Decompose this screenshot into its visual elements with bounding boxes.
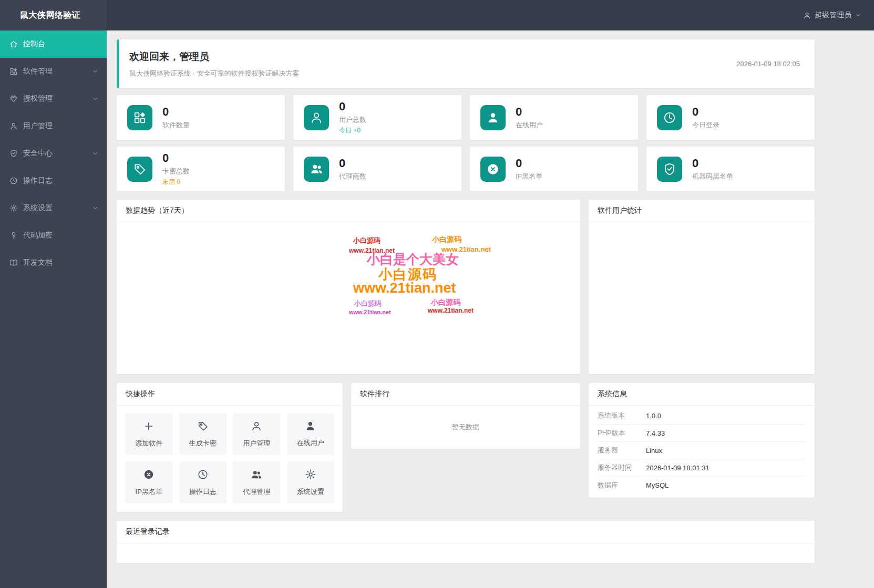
users-icon <box>251 469 262 482</box>
tag-icon <box>197 420 209 434</box>
clock-icon <box>657 105 682 130</box>
stat-label: IP黑名单 <box>516 172 542 181</box>
software-ranking-panel: 软件排行 暂无数据 <box>351 383 580 449</box>
system-info-panel: 系统信息 系统版本 1.0.0 PHP版本 7.4.33 服务器 <box>589 383 815 498</box>
stat-text: 0 IP黑名单 <box>516 157 542 181</box>
sidebar-item-label: 操作日志 <box>23 176 53 185</box>
watermark-text: 小白源码 <box>354 299 382 308</box>
sidebar-item-software[interactable]: 软件管理 <box>0 58 107 85</box>
stat-label: 卡密总数 <box>162 167 190 176</box>
quick-action-user-management[interactable]: 用户管理 <box>233 413 281 455</box>
quick-action-label: 操作日志 <box>189 487 217 497</box>
watermark-text: 小白源码 <box>353 236 381 245</box>
chevron-down-icon <box>92 68 98 75</box>
user-outline-icon <box>251 420 262 434</box>
quick-actions-panel: 快捷操作 添加软件 <box>117 383 343 512</box>
topbar: 超级管理员 <box>107 0 874 30</box>
user-filled-icon <box>305 420 316 434</box>
sidebar-item-encrypt[interactable]: 代码加密 <box>0 222 107 249</box>
gem-icon <box>9 95 18 103</box>
shield-icon <box>9 149 18 158</box>
sidebar-item-license[interactable]: 授权管理 <box>0 85 107 112</box>
recent-logins-body <box>117 543 815 563</box>
quick-action-add-software[interactable]: 添加软件 <box>125 413 173 455</box>
system-info-title: 系统信息 <box>589 383 815 406</box>
home-icon <box>9 40 18 48</box>
user-menu[interactable]: 超级管理员 <box>803 11 861 20</box>
clock-icon <box>9 177 18 185</box>
stat-value: 0 <box>692 157 733 170</box>
stat-card-ip-blacklist: 0 IP黑名单 <box>470 147 638 191</box>
stat-text: 0 今日登录 <box>692 105 719 130</box>
info-value: MySQL <box>646 481 669 489</box>
stat-value: 0 <box>162 151 190 164</box>
info-value: 1.0.0 <box>646 412 661 420</box>
user-icon <box>9 122 18 130</box>
stat-label: 今日登录 <box>692 120 719 130</box>
main-column: 超级管理员 欢迎回来，管理员 鼠大侠网络验证系统 · 安全可靠的软件授权验证解决… <box>107 0 874 588</box>
info-value: 7.4.33 <box>646 429 665 437</box>
stat-value: 0 <box>339 100 366 113</box>
sidebar-item-settings[interactable]: 系统设置 <box>0 194 107 222</box>
watermark-text: 小白源码 <box>431 298 460 307</box>
quick-action-label: 系统设置 <box>297 487 324 497</box>
info-label: 系统版本 <box>598 411 646 420</box>
stat-card-online-users: 0 在线用户 <box>470 95 638 140</box>
stat-text: 0 机器码黑名单 <box>692 157 733 181</box>
stat-value: 0 <box>516 157 542 170</box>
quick-action-operation-logs[interactable]: 操作日志 <box>179 461 227 503</box>
user-icon <box>803 12 811 19</box>
welcome-subtitle: 鼠大侠网络验证系统 · 安全可靠的软件授权验证解决方案 <box>129 69 300 78</box>
sidebar-item-docs[interactable]: 开发文档 <box>0 249 107 276</box>
quick-action-label: 添加软件 <box>135 439 162 448</box>
info-label: 服务器时间 <box>598 463 646 472</box>
quick-action-label: IP黑名单 <box>136 487 162 497</box>
stat-text: 0 代理商数 <box>339 157 366 181</box>
sidebar-item-label: 安全中心 <box>23 149 53 158</box>
quick-actions-grid: 添加软件 生成卡密 <box>117 406 343 512</box>
quick-action-label: 代理管理 <box>243 487 270 497</box>
info-value: Linux <box>646 447 662 455</box>
stat-card-software-count: 0 软件数量 <box>117 95 285 140</box>
sidebar-item-console[interactable]: 控制台 <box>0 30 107 58</box>
sidebar-item-label: 开发文档 <box>23 258 53 267</box>
sidebar-item-label: 系统设置 <box>23 203 53 213</box>
empty-state-text: 暂无数据 <box>351 406 580 449</box>
quick-action-ip-blacklist[interactable]: IP黑名单 <box>125 461 173 503</box>
welcome-text: 欢迎回来，管理员 鼠大侠网络验证系统 · 安全可靠的软件授权验证解决方案 <box>129 50 300 78</box>
info-label: 服务器 <box>598 446 646 455</box>
recent-logins-panel: 最近登录记录 <box>117 521 815 563</box>
stat-value: 0 <box>162 105 190 118</box>
chevron-down-icon <box>855 12 861 18</box>
quick-action-online-users[interactable]: 在线用户 <box>287 413 335 455</box>
sidebar-item-label: 软件管理 <box>23 67 53 76</box>
watermark-text: www.21tian.net <box>353 280 456 296</box>
user-name: 超级管理员 <box>815 11 851 20</box>
grid-icon <box>9 67 18 76</box>
quick-action-generate-keys[interactable]: 生成卡密 <box>179 413 227 455</box>
stat-text: 0 用户总数 今日 +0 <box>339 100 366 135</box>
chevron-down-icon <box>92 150 98 157</box>
bottom-row: 快捷操作 添加软件 <box>117 383 815 512</box>
sidebar-nav: 控制台 软件管理 授权管理 <box>0 30 107 276</box>
gear-icon <box>9 204 18 212</box>
info-value: 2026-01-09 18:01:31 <box>646 464 710 472</box>
tag-icon <box>127 157 152 182</box>
chevron-down-icon <box>92 205 98 211</box>
stat-text: 0 在线用户 <box>516 105 543 130</box>
sidebar-item-security[interactable]: 安全中心 <box>0 140 107 167</box>
sidebar-item-users[interactable]: 用户管理 <box>0 112 107 140</box>
quick-action-agent-management[interactable]: 代理管理 <box>233 461 281 503</box>
system-info-row: PHP版本 7.4.33 <box>598 425 806 442</box>
stat-label: 机器码黑名单 <box>692 172 733 181</box>
system-info-row: 服务器 Linux <box>598 442 806 459</box>
info-label: 数据库 <box>598 481 646 490</box>
gear-icon <box>305 469 316 482</box>
sidebar-item-logs[interactable]: 操作日志 <box>0 167 107 194</box>
plus-icon <box>143 420 155 434</box>
book-icon <box>9 259 18 267</box>
quick-action-system-settings[interactable]: 系统设置 <box>287 461 335 503</box>
software-users-panel: 软件用户统计 <box>589 200 815 374</box>
x-circle-icon <box>480 157 506 182</box>
stat-card-agents: 0 代理商数 <box>293 147 461 191</box>
